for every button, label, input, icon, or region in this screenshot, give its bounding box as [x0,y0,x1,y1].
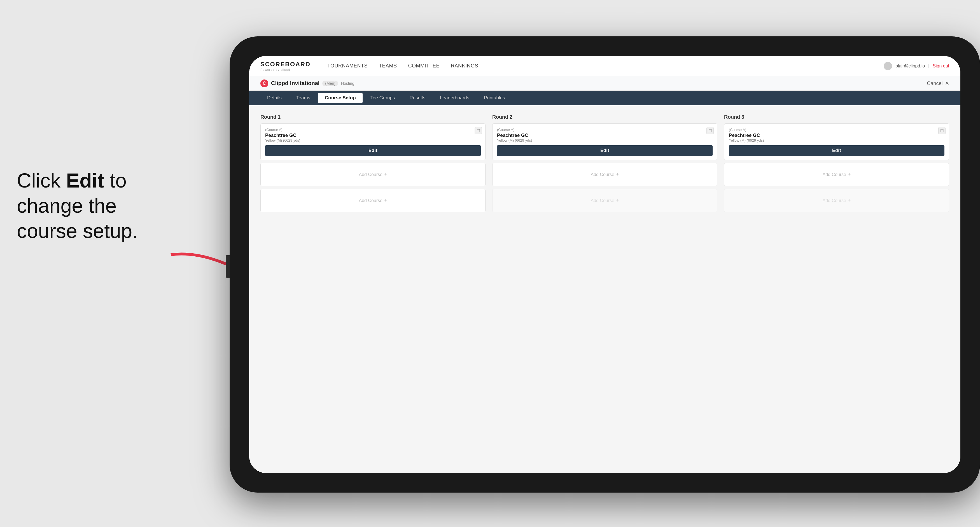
nav-separator: | [928,63,929,68]
user-avatar [884,62,892,70]
nav-right: blair@clippd.io | Sign out [884,62,949,70]
add-plus-icon-r2-1: + [616,171,619,178]
round-1-edit-button[interactable]: Edit [265,145,481,156]
content-area: Round 1 ☐ (Course A) Peachtree GC Yellow… [249,105,960,473]
add-plus-icon-r3-1: + [848,171,851,178]
add-plus-icon-r1-1: + [384,171,387,178]
cancel-button[interactable]: Cancel ✕ [927,80,949,86]
round-1-add-course-1[interactable]: Add Course + [260,163,485,186]
tab-course-setup[interactable]: Course Setup [318,93,363,103]
edit-bold: Edit [66,169,104,192]
round-2-edit-button[interactable]: Edit [497,145,713,156]
rounds-container: Round 1 ☐ (Course A) Peachtree GC Yellow… [260,114,949,215]
round-2-course-name: Peachtree GC [497,133,713,138]
tablet-side-button [226,255,230,278]
tab-teams[interactable]: Teams [290,93,317,103]
nav-committee[interactable]: COMMITTEE [408,63,440,69]
nav-rankings[interactable]: RANKINGS [451,63,478,69]
round-3-course-label: (Course A) [729,128,945,132]
nav-tournaments[interactable]: TOURNAMENTS [327,63,368,69]
round-1-delete-button[interactable]: ☐ [475,127,482,134]
tab-details[interactable]: Details [260,93,288,103]
round-2-delete-button[interactable]: ☐ [706,127,714,134]
close-icon: ✕ [945,81,949,86]
round-1-course-label: (Course A) [265,128,481,132]
nav-links: TOURNAMENTS TEAMS COMMITTEE RANKINGS [327,63,867,69]
tournament-gender: (Men) [322,81,338,86]
round-3-add-course-1[interactable]: Add Course + [724,163,949,186]
add-plus-icon-r3-2: + [848,198,851,203]
nav-teams[interactable]: TEAMS [379,63,397,69]
tab-leaderboards[interactable]: Leaderboards [433,93,476,103]
hosting-badge: Hosting [341,81,354,86]
round-2-course-label: (Course A) [497,128,713,132]
round-3-edit-button[interactable]: Edit [729,145,945,156]
tab-printables[interactable]: Printables [477,93,512,103]
round-1-course-card: ☐ (Course A) Peachtree GC Yellow (M) (66… [260,124,485,160]
round-2-add-course-2: Add Course + [492,189,718,212]
round-3-column: Round 3 ☐ (Course A) Peachtree GC Yellow… [724,114,949,215]
round-2-course-details: Yellow (M) (6629 yds) [497,138,713,143]
round-3-course-card: ☐ (Course A) Peachtree GC Yellow (M) (66… [724,124,949,160]
scene: Click Edit to change the course setup. S… [0,0,980,527]
round-3-add-course-2: Add Course + [724,189,949,212]
round-3-course-name: Peachtree GC [729,133,945,138]
tournament-bar: C Clippd Invitational (Men) Hosting Canc… [249,76,960,90]
round-1-title: Round 1 [260,114,485,120]
round-1-course-name: Peachtree GC [265,133,481,138]
round-1-add-course-2[interactable]: Add Course + [260,189,485,212]
tablet-frame: SCOREBOARD Powered by clippd TOURNAMENTS… [230,37,980,492]
tournament-name: Clippd Invitational [271,80,320,86]
round-1-course-details: Yellow (M) (6629 yds) [265,138,481,143]
logo-text: SCOREBOARD [260,61,310,68]
sign-out-link[interactable]: Sign out [933,63,949,68]
user-email: blair@clippd.io [896,63,925,68]
tournament-title-area: C Clippd Invitational (Men) Hosting [260,79,354,87]
tab-results[interactable]: Results [402,93,432,103]
add-plus-icon-r2-2: + [616,198,619,203]
clippd-icon: C [260,79,268,87]
add-plus-icon-r1-2: + [384,198,387,203]
round-2-title: Round 2 [492,114,718,120]
round-2-column: Round 2 ☐ (Course A) Peachtree GC Yellow… [492,114,718,215]
instruction-text: Click Edit to change the course setup. [17,168,138,243]
logo-sub: Powered by clippd [260,68,290,71]
tablet-screen: SCOREBOARD Powered by clippd TOURNAMENTS… [249,56,960,473]
round-2-course-card: ☐ (Course A) Peachtree GC Yellow (M) (66… [492,124,718,160]
tab-bar: Details Teams Course Setup Tee Groups Re… [249,90,960,105]
tab-tee-groups[interactable]: Tee Groups [364,93,402,103]
round-2-add-course-1[interactable]: Add Course + [492,163,718,186]
round-3-course-details: Yellow (M) (6629 yds) [729,138,945,143]
nav-bar: SCOREBOARD Powered by clippd TOURNAMENTS… [249,56,960,76]
logo-area: SCOREBOARD Powered by clippd [260,61,310,71]
round-1-column: Round 1 ☐ (Course A) Peachtree GC Yellow… [260,114,485,215]
round-3-delete-button[interactable]: ☐ [938,127,945,134]
round-3-title: Round 3 [724,114,949,120]
